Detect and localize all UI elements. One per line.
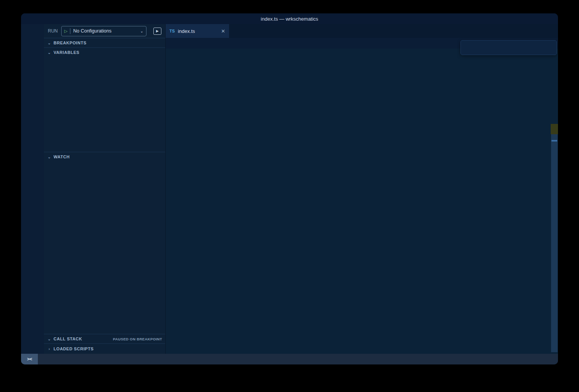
debug-sidebar: RUN ▷ No Configurations ⌄ ▶ ⌄ BREAKPOINT…: [44, 24, 166, 354]
call-stack-title: CALL STACK: [54, 337, 82, 341]
close-window-button[interactable]: [26, 16, 31, 21]
watch-body: [44, 161, 165, 334]
chevron-right-icon: ›: [47, 347, 52, 351]
run-bar: RUN ▷ No Configurations ⌄ ▶: [44, 24, 165, 38]
run-label: RUN: [48, 28, 58, 34]
minimize-window-button[interactable]: [34, 16, 39, 21]
typescript-file-icon: TS: [169, 29, 175, 33]
editor-group: TS index.ts ✕: [166, 24, 558, 354]
chevron-down-icon: ⌄: [47, 50, 52, 55]
tab-index-ts[interactable]: TS index.ts ✕: [166, 24, 229, 38]
launch-configuration-dropdown[interactable]: ▷ No Configurations ⌄: [61, 26, 146, 36]
code-editor[interactable]: [166, 49, 558, 354]
configuration-label: No Configurations: [73, 28, 137, 34]
chevron-down-icon: ⌄: [47, 41, 52, 45]
close-tab-icon[interactable]: ✕: [221, 28, 225, 34]
chevron-down-icon: ⌄: [47, 155, 52, 159]
variables-title: VARIABLES: [54, 50, 80, 55]
watch-title: WATCH: [54, 155, 70, 159]
editor-scrollbar[interactable]: [551, 49, 558, 354]
debug-console-button[interactable]: ▶: [153, 28, 161, 35]
variables-section-header[interactable]: ⌄ VARIABLES: [44, 47, 165, 57]
vscode-window: index.ts — wrkschematics RUN ▷ No Config…: [21, 13, 558, 364]
watch-section-header[interactable]: ⌄ WATCH: [44, 152, 165, 161]
call-stack-section-header[interactable]: ⌄ CALL STACK PAUSED ON BREAKPOINT: [44, 334, 165, 343]
breakpoints-section-header[interactable]: ⌄ BREAKPOINTS: [44, 38, 165, 47]
chevron-down-icon: ⌄: [140, 29, 143, 33]
start-debug-icon[interactable]: ▷: [64, 29, 67, 34]
divider: [70, 28, 70, 34]
window-title: index.ts — wrkschematics: [261, 16, 318, 22]
debug-toolbar: [460, 40, 557, 55]
paused-status: PAUSED ON BREAKPOINT: [113, 337, 162, 341]
remote-indicator[interactable]: ><: [21, 354, 38, 364]
tab-label: index.ts: [178, 28, 218, 34]
scrollbar-slider[interactable]: [551, 134, 558, 352]
traffic-lights: [26, 13, 47, 24]
activity-bar: [21, 24, 44, 354]
loaded-scripts-title: LOADED SCRIPTS: [54, 346, 94, 351]
zoom-window-button[interactable]: [42, 16, 47, 21]
overview-cursor-mark: [551, 140, 557, 142]
status-bar: ><: [21, 354, 558, 364]
loaded-scripts-section-header[interactable]: › LOADED SCRIPTS: [44, 343, 165, 354]
breakpoints-title: BREAKPOINTS: [54, 41, 86, 45]
tab-bar: TS index.ts ✕: [166, 24, 558, 38]
title-bar: index.ts — wrkschematics: [21, 13, 558, 24]
overview-current-line-mark: [551, 124, 558, 134]
chevron-down-icon: ⌄: [47, 337, 52, 341]
